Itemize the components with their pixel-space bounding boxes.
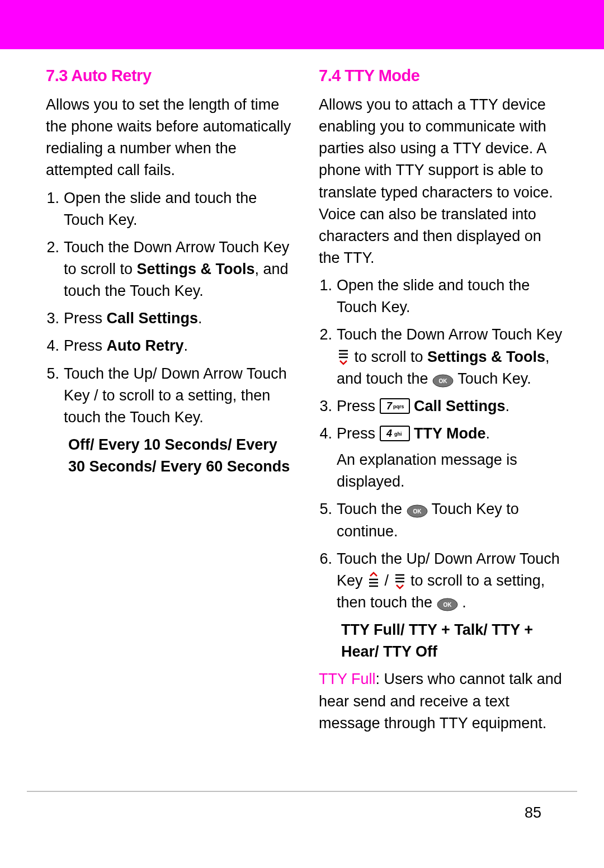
- list-item: 3. Press Call Settings.: [319, 395, 565, 417]
- list-item: 5. Touch the Touch Key to continue.: [319, 498, 565, 542]
- list-item: 3. Press Call Settings.: [46, 308, 292, 329]
- ok-icon: [432, 372, 454, 385]
- down-arrow-icon: [337, 347, 350, 365]
- step-text: Press Call Settings.: [64, 308, 292, 329]
- header-bar: [0, 0, 604, 49]
- step-text: Press TTY Mode. An explanation message i…: [337, 423, 565, 493]
- list-item: 2. Touch the Down Arrow Touch Key to scr…: [46, 237, 292, 302]
- step-number: 2.: [319, 324, 337, 389]
- section-heading-7-4: 7.4 TTY Mode: [319, 64, 565, 87]
- list-item: 1. Open the slide and touch the Touch Ke…: [46, 187, 292, 231]
- list-item: 5. Touch the Up/ Down Arrow Touch Key / …: [46, 363, 292, 428]
- step-number: 1.: [46, 187, 64, 231]
- tty-steps: 1. Open the slide and touch the Touch Ke…: [319, 275, 565, 614]
- step-number: 4.: [46, 335, 64, 357]
- keypad-7-icon: [380, 398, 410, 414]
- tty-intro: Allows you to attach a TTY device enabli…: [319, 94, 565, 269]
- auto-retry-intro: Allows you to set the length of time the…: [46, 94, 292, 182]
- list-item: 2. Touch the Down Arrow Touch Key to scr…: [319, 324, 565, 389]
- step-text: Open the slide and touch the Touch Key.: [64, 187, 292, 231]
- down-arrow-icon: [393, 572, 407, 589]
- content-columns: 7.3 Auto Retry Allows you to set the len…: [0, 49, 604, 740]
- tty-full-label: TTY Full: [319, 671, 376, 687]
- ok-icon: [437, 596, 458, 609]
- step-text: Touch the Touch Key to continue.: [337, 498, 565, 542]
- step-number: 5.: [46, 363, 64, 428]
- step-text: Press Auto Retry.: [64, 335, 292, 357]
- step-text: Touch the Up/ Down Arrow Touch Key / to …: [337, 548, 565, 614]
- list-item: 4. Press Auto Retry.: [46, 335, 292, 357]
- step-number: 3.: [46, 308, 64, 329]
- list-item: 6. Touch the Up/ Down Arrow Touch Key / …: [319, 548, 565, 614]
- step-text: Touch the Up/ Down Arrow Touch Key / to …: [64, 363, 292, 428]
- step-text: Open the slide and touch the Touch Key.: [337, 275, 565, 318]
- step-number: 5.: [319, 498, 337, 542]
- list-item: 4. Press TTY Mode. An explanation messag…: [319, 423, 565, 493]
- step-text: Touch the Down Arrow Touch Key to scroll…: [64, 237, 292, 302]
- section-heading-7-3: 7.3 Auto Retry: [46, 64, 292, 87]
- tty-options: TTY Full/ TTY + Talk/ TTY + Hear/ TTY Of…: [319, 619, 565, 663]
- step-number: 2.: [46, 237, 64, 302]
- step-number: 6.: [319, 548, 337, 614]
- ok-icon: [407, 502, 428, 516]
- keypad-4-icon: [380, 426, 410, 441]
- list-item: 1. Open the slide and touch the Touch Ke…: [319, 275, 565, 318]
- footer-rule: [27, 791, 577, 792]
- auto-retry-options: Off/ Every 10 Seconds/ Every 30 Seconds/…: [46, 434, 292, 478]
- up-arrow-icon: [367, 572, 380, 589]
- step-text: Touch the Down Arrow Touch Key to scroll…: [337, 324, 565, 389]
- step-number: 3.: [319, 395, 337, 417]
- step-text: Press Call Settings.: [337, 395, 565, 417]
- left-column: 7.3 Auto Retry Allows you to set the len…: [46, 64, 292, 740]
- tty-full-desc: TTY Full: Users who cannot talk and hear…: [319, 668, 565, 734]
- step-number: 1.: [319, 275, 337, 318]
- step-number: 4.: [319, 423, 337, 493]
- right-column: 7.4 TTY Mode Allows you to attach a TTY …: [319, 64, 565, 740]
- auto-retry-steps: 1. Open the slide and touch the Touch Ke…: [46, 187, 292, 428]
- page-number: 85: [0, 802, 604, 824]
